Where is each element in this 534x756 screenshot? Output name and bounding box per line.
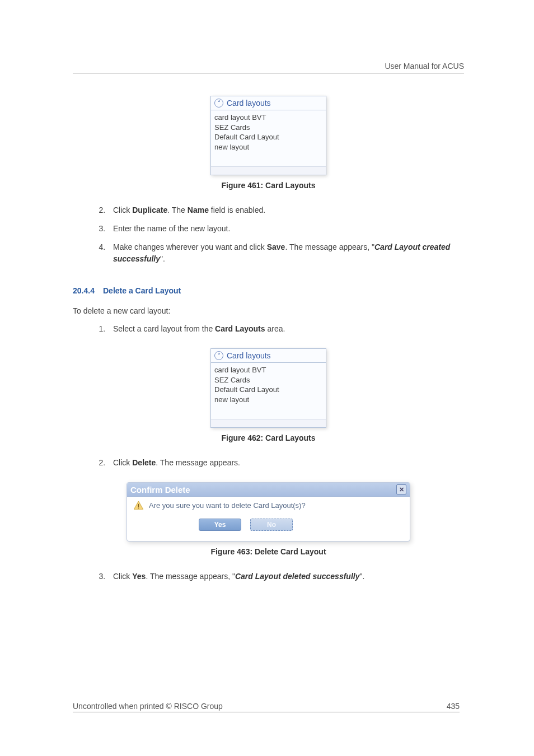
dialog-title: Confirm Delete <box>130 485 190 494</box>
step-item: Enter the name of the new layout. <box>107 223 464 235</box>
panel-header: ˄ Card layouts <box>211 349 326 363</box>
list-item[interactable]: new layout <box>214 395 322 405</box>
step-item: Click Delete. The message appears. <box>107 457 464 469</box>
list-item[interactable]: Default Card Layout <box>214 385 322 395</box>
card-layouts-panel-2: ˄ Card layouts card layout BVT SEZ Cards… <box>210 348 326 428</box>
footer-left: Uncontrolled when printed © RISCO Group <box>73 702 223 711</box>
yes-button[interactable]: Yes <box>199 519 241 531</box>
collapse-icon[interactable]: ˄ <box>214 351 223 360</box>
figure-caption-1: Figure 461: Card Layouts <box>73 181 464 190</box>
list-item[interactable]: SEZ Cards <box>214 123 322 133</box>
section-title: Delete a Card Layout <box>103 286 181 295</box>
figure-caption-3: Figure 463: Delete Card Layout <box>73 547 464 556</box>
confirm-delete-dialog: Confirm Delete ✕ ! Are you sure you want… <box>127 482 410 542</box>
steps-list-a: Click Duplicate. The Name field is enabl… <box>73 204 464 265</box>
dialog-titlebar: Confirm Delete ✕ <box>127 483 410 497</box>
step-item: Make changes wherever you want and click… <box>107 241 464 265</box>
step-item: Select a card layout from the Card Layou… <box>107 323 464 335</box>
dialog-body: ! Are you sure you want to delete Card L… <box>127 497 410 541</box>
panel-title: Card layouts <box>227 99 271 108</box>
list-item[interactable]: card layout BVT <box>214 113 322 123</box>
page-number: 435 <box>447 702 460 711</box>
panel-footer <box>211 419 326 427</box>
steps-list-b1: Select a card layout from the Card Layou… <box>73 323 464 335</box>
step-item: Click Duplicate. The Name field is enabl… <box>107 204 464 216</box>
collapse-icon[interactable]: ˄ <box>214 99 223 108</box>
panel-title: Card layouts <box>227 351 271 360</box>
list-item[interactable]: new layout <box>214 142 322 152</box>
figure-caption-2: Figure 462: Card Layouts <box>73 433 464 442</box>
step-item: Click Yes. The message appears, "Card La… <box>107 571 464 582</box>
page-header: User Manual for ACUS <box>73 62 464 73</box>
panel-footer <box>211 166 326 175</box>
list-item[interactable]: card layout BVT <box>214 365 322 375</box>
steps-list-b2: Click Delete. The message appears. <box>73 457 464 469</box>
no-button[interactable]: No <box>250 519 293 531</box>
list-item[interactable]: Default Card Layout <box>214 132 322 142</box>
page-footer: Uncontrolled when printed © RISCO Group … <box>73 690 460 712</box>
header-right-text: User Manual for ACUS <box>385 62 464 71</box>
intro-text: To delete a new card layout: <box>73 306 464 315</box>
panel-header: ˄ Card layouts <box>211 96 326 110</box>
card-layouts-panel-1: ˄ Card layouts card layout BVT SEZ Cards… <box>210 96 326 175</box>
svg-text:!: ! <box>138 503 139 510</box>
close-icon[interactable]: ✕ <box>396 484 406 494</box>
panel-list: card layout BVT SEZ Cards Default Card L… <box>211 363 326 419</box>
steps-list-b3: Click Yes. The message appears, "Card La… <box>73 571 464 582</box>
panel-list: card layout BVT SEZ Cards Default Card L… <box>211 110 326 166</box>
section-number: 20.4.4 <box>73 286 103 295</box>
warning-icon: ! <box>134 501 143 510</box>
dialog-message: Are you sure you want to delete Card Lay… <box>149 501 306 510</box>
section-heading: 20.4.4Delete a Card Layout <box>73 286 464 295</box>
list-item[interactable]: SEZ Cards <box>214 375 322 385</box>
